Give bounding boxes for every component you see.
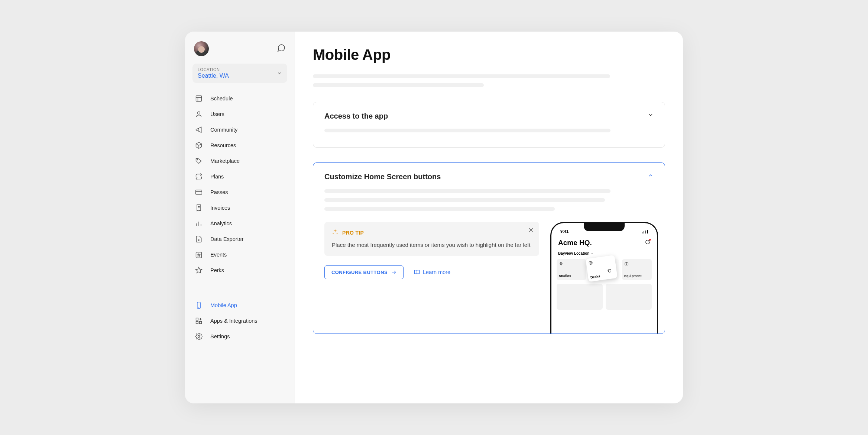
card-access[interactable]: Access to the app <box>313 102 665 148</box>
primary-nav: Schedule Users Community Resources Marke… <box>192 91 287 278</box>
sparkle-icon <box>332 229 339 236</box>
svg-rect-13 <box>196 252 202 258</box>
arrow-right-icon <box>391 270 396 275</box>
pro-tip-badge: PRO TIP <box>342 230 364 236</box>
phone-time: 9:41 <box>560 229 569 233</box>
main-content: Mobile App Access to the app Customize H… <box>295 32 683 403</box>
sidebar-item-label: Events <box>210 252 227 258</box>
sidebar-item-plans[interactable]: Plans <box>192 169 287 184</box>
sidebar-item-label: Settings <box>210 334 230 339</box>
button-label: CONFIGURE BUTTONS <box>331 270 388 275</box>
phone-tile-desks-dragging: Desks <box>586 255 618 282</box>
sidebar-item-passes[interactable]: Passes <box>192 185 287 200</box>
sidebar-item-schedule[interactable]: Schedule <box>192 91 287 106</box>
avatar[interactable] <box>194 41 209 56</box>
megaphone-icon <box>195 126 203 133</box>
receipt-icon <box>195 204 203 212</box>
sidebar-item-data-exporter[interactable]: Data Exporter <box>192 232 287 246</box>
svg-rect-6 <box>196 190 202 194</box>
phone-app-name: Acme HQ. <box>558 239 592 247</box>
sidebar: LOCATION Seattle, WA Schedule Users Comm… <box>185 32 295 403</box>
star-icon <box>195 267 203 274</box>
svg-rect-17 <box>196 322 198 324</box>
tag-icon <box>195 157 203 165</box>
svg-rect-0 <box>196 96 202 102</box>
sidebar-item-community[interactable]: Community <box>192 122 287 137</box>
link-label: Learn more <box>423 269 450 275</box>
apps-icon <box>195 317 203 325</box>
sidebar-item-resources[interactable]: Resources <box>192 138 287 153</box>
svg-rect-25 <box>561 262 562 264</box>
sidebar-item-label: Apps & Integrations <box>210 318 258 324</box>
location-value: Seattle, WA <box>198 72 229 79</box>
repeat-icon <box>195 173 203 180</box>
svg-rect-16 <box>196 318 198 320</box>
skeleton-line <box>313 74 610 78</box>
svg-point-5 <box>197 160 198 160</box>
sidebar-item-label: Community <box>210 127 237 133</box>
sidebar-item-label: Passes <box>210 189 228 195</box>
calendar-star-icon <box>195 251 203 258</box>
sidebar-item-mobile-app[interactable]: Mobile App <box>192 298 287 313</box>
globe-icon <box>588 260 593 265</box>
sidebar-item-label: Resources <box>210 142 236 148</box>
tile-label: Equipment <box>624 274 650 278</box>
sidebar-item-events[interactable]: Events <box>192 247 287 262</box>
sidebar-item-label: Perks <box>210 267 224 273</box>
pro-tip-text: Place the most frequently used items or … <box>332 241 532 249</box>
sidebar-item-marketplace[interactable]: Marketplace <box>192 154 287 168</box>
card-title: Customize Home Screen buttons <box>324 173 441 181</box>
phone-notch <box>584 223 625 231</box>
layout-icon <box>195 95 203 102</box>
refresh-icon <box>645 239 650 246</box>
phone-location: Bayview Location <box>557 251 652 255</box>
skeleton-line <box>324 198 605 202</box>
user-icon <box>195 110 203 118</box>
chevron-up-icon[interactable] <box>648 173 654 180</box>
sidebar-item-label: Mobile App <box>210 302 237 308</box>
sidebar-item-label: Data Exporter <box>210 236 243 242</box>
configure-buttons-button[interactable]: CONFIGURE BUTTONS <box>324 265 404 279</box>
sidebar-item-label: Plans <box>210 174 224 180</box>
location-selector[interactable]: LOCATION Seattle, WA <box>192 64 287 83</box>
skeleton-line <box>313 83 484 87</box>
skeleton-line <box>324 207 555 211</box>
download-icon <box>195 235 203 243</box>
sidebar-item-settings[interactable]: Settings <box>192 329 287 344</box>
page-title: Mobile App <box>313 46 665 63</box>
skeleton-line <box>324 129 610 132</box>
svg-point-3 <box>198 112 200 114</box>
close-icon[interactable] <box>528 227 534 235</box>
mobile-icon <box>195 302 203 309</box>
phone-location-label: Bayview Location <box>558 251 589 255</box>
sidebar-item-label: Analytics <box>210 220 232 226</box>
chat-icon[interactable] <box>277 44 286 54</box>
phone-tile-blank <box>557 284 603 310</box>
svg-rect-27 <box>625 263 628 265</box>
signal-icon <box>642 229 648 233</box>
book-icon <box>414 269 420 275</box>
sidebar-item-label: Invoices <box>210 205 230 211</box>
pro-tip-box: PRO TIP Place the most frequently used i… <box>324 222 539 256</box>
gear-icon <box>195 333 203 340</box>
sidebar-item-users[interactable]: Users <box>192 107 287 122</box>
svg-rect-18 <box>200 322 202 324</box>
sidebar-item-perks[interactable]: Perks <box>192 263 287 278</box>
sidebar-item-apps-integrations[interactable]: Apps & Integrations <box>192 313 287 328</box>
sidebar-item-invoices[interactable]: Invoices <box>192 200 287 215</box>
sidebar-item-label: Marketplace <box>210 158 240 164</box>
mic-icon <box>559 261 563 266</box>
app-window: LOCATION Seattle, WA Schedule Users Comm… <box>185 32 683 403</box>
learn-more-link[interactable]: Learn more <box>414 269 450 275</box>
card-customize-home: Customize Home Screen buttons PRO TIP <box>313 162 665 334</box>
secondary-nav: Mobile App Apps & Integrations Settings <box>192 298 287 344</box>
card-title: Access to the app <box>324 112 388 120</box>
phone-mockup: 9:41 Acme HQ. Bayview Location <box>550 222 658 334</box>
card-icon <box>195 188 203 196</box>
phone-tile-blank <box>606 284 652 310</box>
chevron-down-icon <box>648 112 654 119</box>
sidebar-item-analytics[interactable]: Analytics <box>192 216 287 231</box>
box-icon <box>195 142 203 149</box>
location-label: LOCATION <box>198 67 229 72</box>
svg-point-28 <box>626 263 627 265</box>
